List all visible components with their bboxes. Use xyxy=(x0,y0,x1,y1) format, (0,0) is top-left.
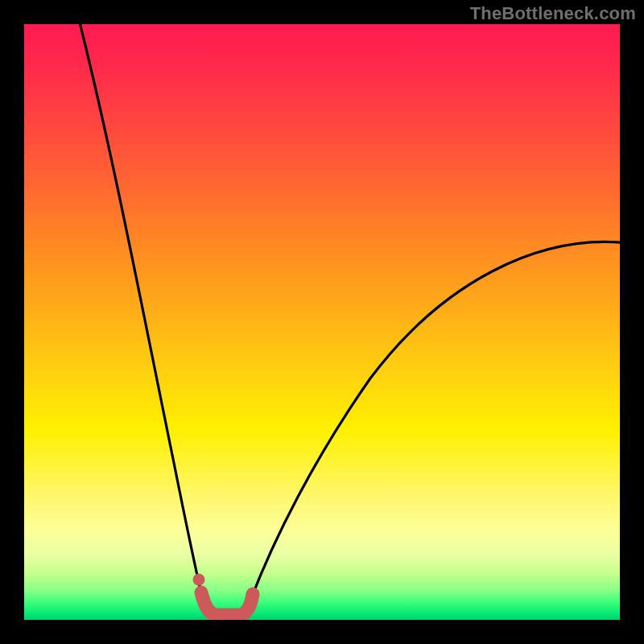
curve-right-branch xyxy=(250,242,620,601)
chart-frame: TheBottleneck.com xyxy=(0,0,644,644)
bottleneck-curve xyxy=(24,24,620,620)
watermark-text: TheBottleneck.com xyxy=(470,3,636,24)
valley-marker-dot xyxy=(193,574,205,586)
plot-area xyxy=(24,24,620,620)
curve-left-branch xyxy=(78,24,203,601)
valley-marker-path xyxy=(201,592,253,615)
